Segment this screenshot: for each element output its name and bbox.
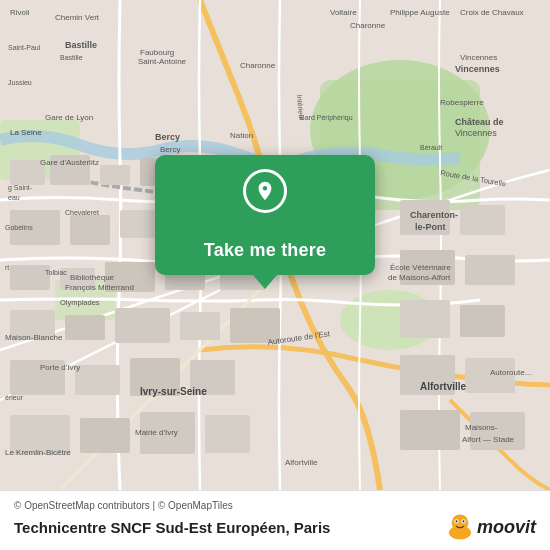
svg-text:Nation: Nation <box>230 131 253 140</box>
svg-text:Vincennes: Vincennes <box>455 64 500 74</box>
svg-point-100 <box>455 520 457 522</box>
svg-text:Philippe Auguste: Philippe Auguste <box>390 8 450 17</box>
svg-text:La Seine: La Seine <box>10 128 42 137</box>
svg-text:Bérault: Bérault <box>420 144 442 151</box>
svg-text:Autoroute...: Autoroute... <box>490 368 531 377</box>
svg-rect-37 <box>460 305 505 337</box>
svg-text:g Saint-: g Saint- <box>8 184 33 192</box>
svg-text:Alfortville: Alfortville <box>420 381 467 392</box>
svg-text:Le Kremlin-Bicêtre: Le Kremlin-Bicêtre <box>5 448 71 457</box>
svg-text:Saint-Antoine: Saint-Antoine <box>138 57 187 66</box>
place-name-row: Technicentre SNCF Sud-Est Européen, Pari… <box>14 513 536 541</box>
svg-rect-20 <box>65 315 105 340</box>
svg-text:Charonne: Charonne <box>350 21 386 30</box>
svg-text:Gobelins: Gobelins <box>5 224 33 231</box>
svg-text:Charenton-: Charenton- <box>410 210 458 220</box>
svg-text:Chevaleret: Chevaleret <box>65 209 99 216</box>
svg-text:Bibliothèque: Bibliothèque <box>70 273 115 282</box>
svg-rect-12 <box>120 210 155 238</box>
svg-rect-11 <box>70 215 110 245</box>
svg-text:Alfortville: Alfortville <box>285 458 318 467</box>
svg-rect-33 <box>460 205 505 235</box>
svg-rect-36 <box>400 300 450 338</box>
svg-text:Bard Périphériqu: Bard Périphériqu <box>300 114 353 122</box>
svg-text:Ivry-sur-Seine: Ivry-sur-Seine <box>140 386 207 397</box>
svg-text:Vincennes: Vincennes <box>455 128 497 138</box>
attribution: © OpenStreetMap contributors | © OpenMap… <box>14 500 536 511</box>
svg-text:Saint-Paul: Saint-Paul <box>8 44 41 51</box>
svg-point-97 <box>452 514 469 531</box>
svg-text:Voltaire: Voltaire <box>330 8 357 17</box>
svg-text:Bercy: Bercy <box>155 132 180 142</box>
svg-rect-31 <box>205 415 250 453</box>
svg-point-101 <box>462 520 464 522</box>
moovit-mascot-icon <box>446 513 474 541</box>
svg-text:Olympiades: Olympiades <box>60 298 100 307</box>
svg-text:Mairie d'Ivry: Mairie d'Ivry <box>135 428 178 437</box>
svg-text:Bercy: Bercy <box>160 145 180 154</box>
svg-text:Croix de Chavaux: Croix de Chavaux <box>460 8 524 17</box>
svg-rect-22 <box>180 312 220 340</box>
svg-text:Robespierre: Robespierre <box>440 98 484 107</box>
svg-text:Porte d'Ivry: Porte d'Ivry <box>40 363 80 372</box>
svg-text:Jussieu: Jussieu <box>8 79 32 86</box>
svg-text:Rivoli: Rivoli <box>10 8 30 17</box>
svg-rect-8 <box>100 165 130 185</box>
cta-card[interactable]: Take me there <box>155 155 375 275</box>
svg-text:eau: eau <box>8 194 20 201</box>
svg-text:Vincennes: Vincennes <box>460 53 497 62</box>
svg-text:Gare de Lyon: Gare de Lyon <box>45 113 93 122</box>
svg-text:Chemin Vert: Chemin Vert <box>55 13 100 22</box>
svg-text:Château de: Château de <box>455 117 504 127</box>
place-name: Technicentre SNCF Sud-Est Européen, Pari… <box>14 519 330 536</box>
location-pin-icon <box>243 169 287 213</box>
svg-text:érieur: érieur <box>5 394 24 401</box>
svg-rect-29 <box>80 418 130 453</box>
svg-text:Faubourg: Faubourg <box>140 48 174 57</box>
svg-rect-40 <box>400 410 460 450</box>
svg-text:le-Pont: le-Pont <box>415 222 446 232</box>
svg-rect-35 <box>465 255 515 285</box>
footer: © OpenStreetMap contributors | © OpenMap… <box>0 490 550 550</box>
svg-rect-25 <box>75 365 120 395</box>
svg-text:Maisons-: Maisons- <box>465 423 498 432</box>
svg-text:rt: rt <box>5 264 9 271</box>
svg-text:Alfort — Stade: Alfort — Stade <box>462 435 515 444</box>
moovit-logo: moovit <box>446 513 536 541</box>
svg-text:François Mitterrand: François Mitterrand <box>65 283 134 292</box>
svg-text:Maison-Blanche: Maison-Blanche <box>5 333 63 342</box>
svg-text:Bastille: Bastille <box>60 54 83 61</box>
svg-text:Bastille: Bastille <box>65 40 97 50</box>
svg-rect-21 <box>115 308 170 343</box>
cta-label: Take me there <box>204 240 326 261</box>
svg-text:École Vétérinaire: École Vétérinaire <box>390 263 451 272</box>
svg-rect-14 <box>10 265 50 290</box>
svg-text:Gare d'Austerlitz: Gare d'Austerlitz <box>40 158 99 167</box>
svg-text:Tolbiac: Tolbiac <box>45 269 67 276</box>
map-container: Voltaire Philippe Auguste Croix de Chava… <box>0 0 550 490</box>
svg-text:de Maisons-Alfort: de Maisons-Alfort <box>388 273 451 282</box>
svg-text:Charonne: Charonne <box>240 61 276 70</box>
moovit-brand-text: moovit <box>477 517 536 538</box>
